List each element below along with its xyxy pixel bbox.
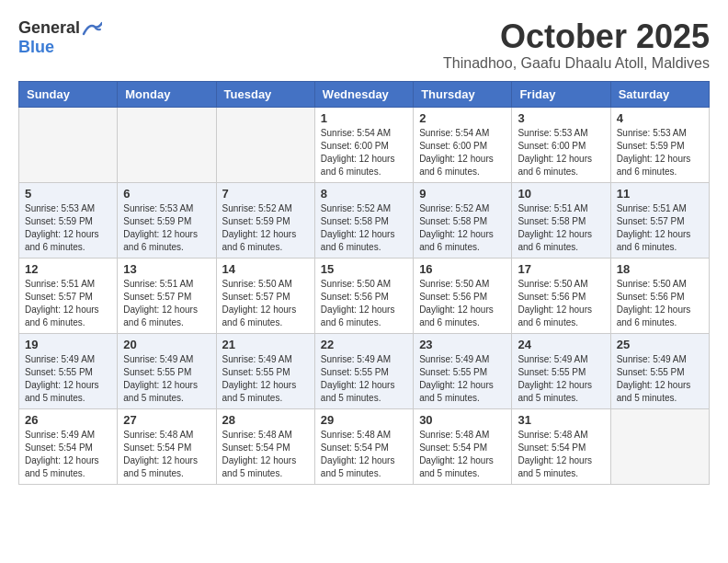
calendar-cell: 5Sunrise: 5:53 AM Sunset: 5:59 PM Daylig… [19, 182, 118, 258]
calendar-week-row: 26Sunrise: 5:49 AM Sunset: 5:54 PM Dayli… [19, 408, 710, 484]
day-number: 1 [321, 111, 407, 125]
calendar-cell [610, 408, 709, 484]
logo-general: General [18, 18, 80, 38]
calendar-cell: 8Sunrise: 5:52 AM Sunset: 5:58 PM Daylig… [314, 182, 413, 258]
day-info: Sunrise: 5:53 AM Sunset: 5:59 PM Dayligh… [123, 202, 210, 254]
day-info: Sunrise: 5:49 AM Sunset: 5:54 PM Dayligh… [25, 429, 111, 480]
day-info: Sunrise: 5:49 AM Sunset: 5:55 PM Dayligh… [518, 353, 604, 405]
day-number: 23 [419, 338, 506, 351]
day-number: 30 [419, 413, 506, 427]
day-info: Sunrise: 5:54 AM Sunset: 6:00 PM Dayligh… [419, 127, 506, 178]
calendar-cell: 4Sunrise: 5:53 AM Sunset: 5:59 PM Daylig… [610, 107, 709, 182]
weekday-header-row: SundayMondayTuesdayWednesdayThursdayFrid… [19, 81, 710, 107]
day-number: 13 [123, 262, 210, 276]
calendar-cell: 15Sunrise: 5:50 AM Sunset: 5:56 PM Dayli… [314, 258, 413, 333]
calendar-cell: 23Sunrise: 5:49 AM Sunset: 5:55 PM Dayli… [414, 333, 512, 408]
day-info: Sunrise: 5:54 AM Sunset: 6:00 PM Dayligh… [321, 127, 407, 178]
calendar-week-row: 5Sunrise: 5:53 AM Sunset: 5:59 PM Daylig… [19, 182, 710, 258]
calendar-cell: 21Sunrise: 5:49 AM Sunset: 5:55 PM Dayli… [216, 333, 314, 408]
day-info: Sunrise: 5:49 AM Sunset: 5:55 PM Dayligh… [222, 353, 309, 405]
day-info: Sunrise: 5:51 AM Sunset: 5:58 PM Dayligh… [518, 202, 604, 254]
calendar-week-row: 12Sunrise: 5:51 AM Sunset: 5:57 PM Dayli… [19, 258, 710, 333]
day-number: 12 [25, 262, 111, 276]
logo: General Blue [18, 18, 102, 57]
day-info: Sunrise: 5:49 AM Sunset: 5:55 PM Dayligh… [25, 353, 111, 405]
day-number: 15 [321, 262, 407, 276]
day-info: Sunrise: 5:50 AM Sunset: 5:56 PM Dayligh… [321, 278, 407, 329]
day-number: 4 [617, 111, 703, 125]
day-number: 8 [321, 187, 407, 201]
weekday-header: Thursday [414, 81, 512, 107]
day-number: 9 [419, 187, 506, 201]
day-info: Sunrise: 5:48 AM Sunset: 5:54 PM Dayligh… [419, 429, 506, 480]
day-info: Sunrise: 5:49 AM Sunset: 5:55 PM Dayligh… [321, 353, 407, 405]
calendar-cell: 31Sunrise: 5:48 AM Sunset: 5:54 PM Dayli… [512, 408, 610, 484]
calendar-table: SundayMondayTuesdayWednesdayThursdayFrid… [18, 81, 710, 485]
day-info: Sunrise: 5:50 AM Sunset: 5:56 PM Dayligh… [617, 278, 703, 329]
calendar-cell: 22Sunrise: 5:49 AM Sunset: 5:55 PM Dayli… [314, 333, 413, 408]
day-number: 14 [222, 262, 309, 276]
calendar-cell [19, 107, 118, 182]
day-info: Sunrise: 5:50 AM Sunset: 5:57 PM Dayligh… [222, 278, 309, 329]
calendar-cell: 6Sunrise: 5:53 AM Sunset: 5:59 PM Daylig… [118, 182, 216, 258]
calendar-cell: 20Sunrise: 5:49 AM Sunset: 5:55 PM Dayli… [118, 333, 216, 408]
calendar-cell [216, 107, 314, 182]
day-number: 28 [222, 413, 309, 427]
weekday-header: Monday [118, 81, 216, 107]
calendar-cell: 28Sunrise: 5:48 AM Sunset: 5:54 PM Dayli… [216, 408, 314, 484]
calendar-cell: 1Sunrise: 5:54 AM Sunset: 6:00 PM Daylig… [314, 107, 413, 182]
day-info: Sunrise: 5:51 AM Sunset: 5:57 PM Dayligh… [123, 278, 210, 329]
calendar-cell: 24Sunrise: 5:49 AM Sunset: 5:55 PM Dayli… [512, 333, 610, 408]
day-info: Sunrise: 5:51 AM Sunset: 5:57 PM Dayligh… [617, 202, 703, 254]
day-info: Sunrise: 5:53 AM Sunset: 6:00 PM Dayligh… [518, 127, 604, 178]
calendar-cell [118, 107, 216, 182]
weekday-header: Tuesday [216, 81, 314, 107]
calendar-week-row: 1Sunrise: 5:54 AM Sunset: 6:00 PM Daylig… [19, 107, 710, 182]
day-info: Sunrise: 5:52 AM Sunset: 5:58 PM Dayligh… [419, 202, 506, 254]
logo-bird-icon [82, 21, 102, 36]
calendar-cell: 11Sunrise: 5:51 AM Sunset: 5:57 PM Dayli… [610, 182, 709, 258]
calendar-cell: 10Sunrise: 5:51 AM Sunset: 5:58 PM Dayli… [512, 182, 610, 258]
day-number: 10 [518, 187, 604, 201]
day-info: Sunrise: 5:49 AM Sunset: 5:55 PM Dayligh… [419, 353, 506, 405]
day-info: Sunrise: 5:53 AM Sunset: 5:59 PM Dayligh… [617, 127, 703, 178]
calendar-cell: 12Sunrise: 5:51 AM Sunset: 5:57 PM Dayli… [19, 258, 118, 333]
logo-blue: Blue [18, 38, 54, 57]
day-number: 24 [518, 338, 604, 351]
calendar-cell: 13Sunrise: 5:51 AM Sunset: 5:57 PM Dayli… [118, 258, 216, 333]
day-number: 27 [123, 413, 210, 427]
day-number: 2 [419, 111, 506, 125]
day-number: 7 [222, 187, 309, 201]
day-info: Sunrise: 5:51 AM Sunset: 5:57 PM Dayligh… [25, 278, 111, 329]
day-info: Sunrise: 5:48 AM Sunset: 5:54 PM Dayligh… [222, 429, 309, 480]
calendar-cell: 7Sunrise: 5:52 AM Sunset: 5:59 PM Daylig… [216, 182, 314, 258]
calendar-cell: 30Sunrise: 5:48 AM Sunset: 5:54 PM Dayli… [414, 408, 512, 484]
day-info: Sunrise: 5:49 AM Sunset: 5:55 PM Dayligh… [617, 353, 703, 405]
day-info: Sunrise: 5:48 AM Sunset: 5:54 PM Dayligh… [518, 429, 604, 480]
page-header: General Blue October 2025 Thinadhoo, Gaa… [18, 18, 710, 72]
calendar-cell: 25Sunrise: 5:49 AM Sunset: 5:55 PM Dayli… [610, 333, 709, 408]
calendar-cell: 9Sunrise: 5:52 AM Sunset: 5:58 PM Daylig… [414, 182, 512, 258]
day-info: Sunrise: 5:49 AM Sunset: 5:55 PM Dayligh… [123, 353, 210, 405]
month-title: October 2025 [443, 18, 710, 55]
day-number: 19 [25, 338, 111, 351]
day-number: 29 [321, 413, 407, 427]
day-number: 31 [518, 413, 604, 427]
calendar-cell: 27Sunrise: 5:48 AM Sunset: 5:54 PM Dayli… [118, 408, 216, 484]
day-number: 11 [617, 187, 703, 201]
day-info: Sunrise: 5:50 AM Sunset: 5:56 PM Dayligh… [518, 278, 604, 329]
day-number: 22 [321, 338, 407, 351]
day-number: 6 [123, 187, 210, 201]
calendar-cell: 18Sunrise: 5:50 AM Sunset: 5:56 PM Dayli… [610, 258, 709, 333]
calendar-week-row: 19Sunrise: 5:49 AM Sunset: 5:55 PM Dayli… [19, 333, 710, 408]
day-number: 26 [25, 413, 111, 427]
weekday-header: Wednesday [314, 81, 413, 107]
day-number: 16 [419, 262, 506, 276]
weekday-header: Saturday [610, 81, 709, 107]
calendar-cell: 19Sunrise: 5:49 AM Sunset: 5:55 PM Dayli… [19, 333, 118, 408]
day-info: Sunrise: 5:50 AM Sunset: 5:56 PM Dayligh… [419, 278, 506, 329]
title-section: October 2025 Thinadhoo, Gaafu Dhaalu Ato… [443, 18, 710, 72]
day-info: Sunrise: 5:53 AM Sunset: 5:59 PM Dayligh… [25, 202, 111, 254]
day-number: 25 [617, 338, 703, 351]
day-info: Sunrise: 5:52 AM Sunset: 5:59 PM Dayligh… [222, 202, 309, 254]
